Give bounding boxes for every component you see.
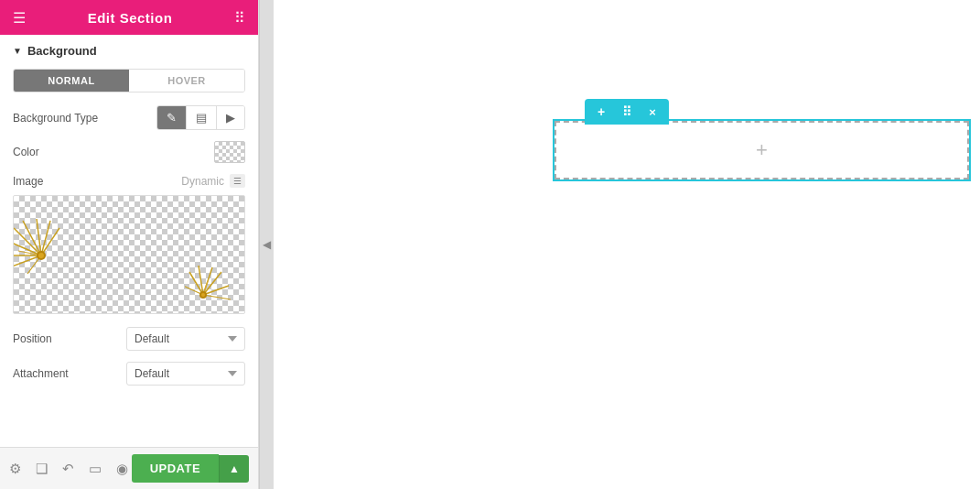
attachment-label: Attachment: [13, 367, 69, 380]
panel-header: ☰ Edit Section ⠿: [0, 0, 258, 35]
bg-type-image-btn[interactable]: ▤: [187, 106, 217, 129]
collapse-icon: ◀: [263, 238, 271, 251]
image-row: Image Dynamic ☰: [13, 174, 245, 188]
section-toolbar: + ⠿ ×: [585, 99, 669, 125]
dynamic-tag-icon[interactable]: ☰: [230, 174, 245, 188]
toolbar-add-btn[interactable]: +: [592, 103, 610, 121]
gear-icon[interactable]: ⚙: [9, 461, 21, 477]
tab-normal[interactable]: NORMAL: [14, 70, 129, 92]
panel-footer: ⚙ ❑ ↶ ▭ ◉ UPDATE ▲: [0, 447, 258, 489]
update-btn-group: UPDATE ▲: [132, 454, 249, 483]
toolbar-pill: + ⠿ ×: [585, 99, 669, 125]
eye-icon[interactable]: ◉: [116, 461, 128, 477]
hamburger-icon[interactable]: ☰: [13, 9, 26, 27]
update-arrow-button[interactable]: ▲: [219, 455, 249, 483]
bg-type-video-btn[interactable]: ▶: [217, 106, 244, 129]
grid-icon[interactable]: ⠿: [234, 9, 245, 27]
panel-body: ▼ Background NORMAL HOVER Background Typ…: [0, 35, 258, 447]
state-tabs: NORMAL HOVER: [13, 69, 245, 92]
tab-hover[interactable]: HOVER: [129, 70, 244, 92]
image-label: Image: [13, 175, 43, 188]
section-box: +: [553, 119, 971, 181]
background-type-buttons: ✎ ▤ ▶: [156, 105, 245, 130]
image-preview[interactable]: [13, 195, 245, 314]
svg-line-17: [203, 295, 231, 299]
collapse-handle[interactable]: ◀: [259, 0, 274, 489]
left-panel: ☰ Edit Section ⠿ ▼ Background NORMAL HOV…: [0, 0, 259, 489]
toolbar-move-btn[interactable]: ⠿: [618, 103, 636, 121]
position-label: Position: [13, 332, 52, 345]
svg-point-21: [201, 293, 205, 297]
monitor-icon[interactable]: ▭: [89, 461, 102, 477]
plant-image-left: [13, 205, 78, 278]
background-type-row: Background Type ✎ ▤ ▶: [13, 105, 245, 130]
attachment-select[interactable]: DefaultScrollFixed: [126, 362, 245, 386]
section-add-icon[interactable]: +: [756, 138, 768, 162]
background-type-label: Background Type: [13, 112, 98, 125]
color-label: Color: [13, 146, 39, 158]
collapse-arrow-icon: ▼: [13, 46, 22, 56]
svg-line-7: [41, 228, 59, 255]
color-swatch[interactable]: [214, 141, 245, 163]
attachment-field: Attachment DefaultScrollFixed: [13, 362, 245, 386]
svg-point-11: [38, 253, 44, 258]
plant-image-right: [185, 254, 240, 309]
position-field: Position DefaultTop LeftTop CenterTop Ri…: [13, 327, 245, 351]
position-select[interactable]: DefaultTop LeftTop CenterTop RightCenter…: [126, 327, 245, 351]
footer-icons: ⚙ ❑ ↶ ▭ ◉: [9, 461, 128, 477]
update-button[interactable]: UPDATE: [132, 454, 219, 483]
toolbar-close-btn[interactable]: ×: [643, 103, 662, 121]
right-canvas: + ⠿ × +: [274, 0, 980, 489]
panel-title: Edit Section: [88, 10, 173, 26]
image-dynamic-text: Dynamic: [181, 175, 224, 188]
layers-icon[interactable]: ❑: [36, 461, 48, 477]
undo-icon[interactable]: ↶: [62, 461, 74, 477]
bg-type-color-btn[interactable]: ✎: [157, 106, 187, 129]
image-label-right: Dynamic ☰: [181, 174, 245, 188]
background-section-label: Background: [27, 44, 97, 58]
color-row: Color: [13, 141, 245, 163]
section-inner[interactable]: +: [555, 121, 969, 179]
svg-line-0: [14, 228, 41, 255]
svg-line-3: [41, 221, 50, 255]
background-section-title[interactable]: ▼ Background: [13, 44, 245, 58]
